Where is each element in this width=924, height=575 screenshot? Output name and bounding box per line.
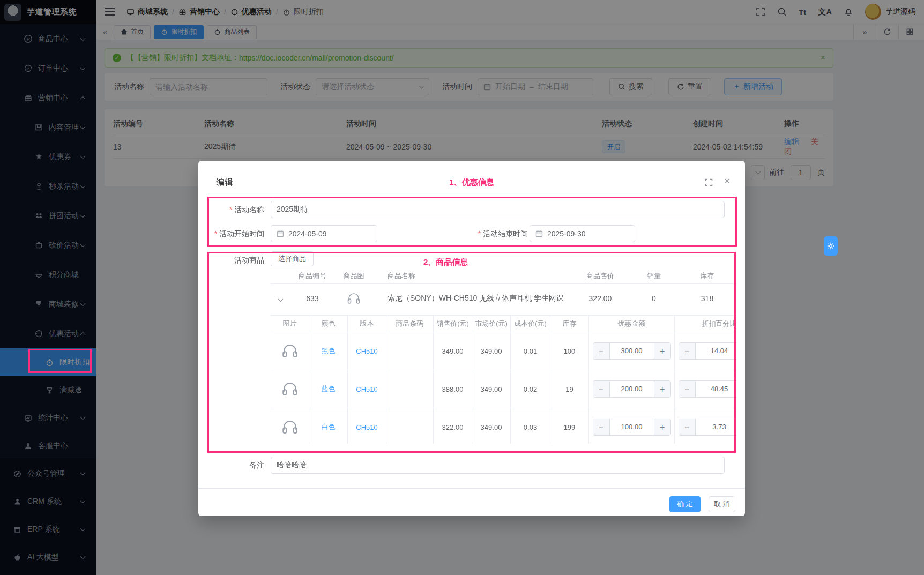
sku-cost-price: 0.03 <box>511 408 550 444</box>
discount-amount-value[interactable]: 300.00 <box>609 343 654 359</box>
dialog-footer-divider <box>198 488 745 489</box>
theme-settings-button[interactable] <box>824 236 838 256</box>
sku-color-link[interactable]: 白色 <box>309 408 348 444</box>
product-id: 633 <box>290 294 335 303</box>
sku-table-header: 图片 颜色 版本 商品条码 销售价(元) 市场价(元) 成本价(元) 库存 优惠… <box>271 316 736 332</box>
discount-amount-stepper: −100.00＋ <box>593 419 671 436</box>
plus-icon[interactable]: ＋ <box>654 381 670 397</box>
activity-product-label: 活动商品 <box>198 251 264 268</box>
sku-table-clip: 图片 颜色 版本 商品条码 销售价(元) 市场价(元) 成本价(元) 库存 优惠… <box>271 315 736 444</box>
expand-row-icon[interactable] <box>278 297 283 302</box>
sku-image <box>281 418 299 436</box>
sku-barcode <box>386 332 434 370</box>
end-time-label: 活动结束时间 <box>462 225 528 242</box>
sku-stock: 19 <box>550 370 589 408</box>
sku-stock: 100 <box>550 332 589 370</box>
cancel-button[interactable]: 取 消 <box>709 496 735 512</box>
gear-icon <box>826 242 835 250</box>
select-product-button[interactable]: 选择商品 <box>271 251 314 266</box>
plus-icon[interactable]: ＋ <box>654 343 670 359</box>
end-time-picker[interactable]: 2025-09-30 <box>530 225 635 242</box>
minus-icon[interactable]: − <box>593 381 609 397</box>
dialog-fullscreen-icon[interactable] <box>705 178 713 186</box>
sku-market-price: 349.00 <box>472 332 511 370</box>
activity-name-field-input[interactable] <box>277 205 719 214</box>
product-image <box>346 291 361 306</box>
sku-price: 322.00 <box>434 408 472 444</box>
sku-barcode <box>386 408 434 444</box>
sku-price: 388.00 <box>434 370 472 408</box>
activity-name-label: 活动名称 <box>198 201 264 218</box>
sku-price: 349.00 <box>434 332 472 370</box>
sku-barcode <box>386 370 434 408</box>
sku-cost-price: 0.01 <box>511 332 550 370</box>
product-sales: 0 <box>630 294 678 303</box>
discount-percent-value[interactable]: 3.73 <box>695 419 736 435</box>
sku-version-link[interactable]: CH510 <box>348 408 386 444</box>
discount-amount-stepper: −200.00＋ <box>593 380 671 398</box>
sku-color-link[interactable]: 蓝色 <box>309 370 348 408</box>
calendar-icon <box>277 230 284 237</box>
sku-stock: 199 <box>550 408 589 444</box>
calendar-icon <box>535 230 543 237</box>
sku-color-link[interactable]: 黑色 <box>309 332 348 370</box>
discount-percent-stepper: −3.73＋ <box>679 419 736 436</box>
sku-market-price: 349.00 <box>472 370 511 408</box>
discount-amount-stepper: −300.00＋ <box>593 342 671 360</box>
product-price: 322.00 <box>571 294 630 303</box>
minus-icon[interactable]: − <box>593 343 609 359</box>
start-time-label: 活动开始时间 <box>198 225 264 242</box>
discount-percent-value[interactable]: 14.04 <box>695 343 736 359</box>
remark-field-input[interactable] <box>277 461 719 469</box>
minus-icon[interactable]: − <box>679 381 695 397</box>
sku-row: 蓝色 CH510 388.00 349.00 0.02 19 −200.00＋ … <box>271 370 736 408</box>
sku-cost-price: 0.02 <box>511 370 550 408</box>
annotation-discount-info: 1、优惠信息 <box>198 177 745 188</box>
product-row: 633 索尼（SONY）WH-CH510 无线立体声耳机 学生网课 322.00… <box>271 284 736 313</box>
product-name: 索尼（SONY）WH-CH510 无线立体声耳机 学生网课 <box>372 294 571 303</box>
remark-label: 备注 <box>198 457 264 474</box>
sku-market-price: 349.00 <box>472 408 511 444</box>
sku-table: 图片 颜色 版本 商品条码 销售价(元) 市场价(元) 成本价(元) 库存 优惠… <box>271 315 736 444</box>
sku-image <box>281 342 299 360</box>
discount-amount-value[interactable]: 200.00 <box>609 381 654 397</box>
discount-percent-stepper: −14.04＋ <box>679 342 736 360</box>
sku-row: 黑色 CH510 349.00 349.00 0.01 100 −300.00＋… <box>271 332 736 370</box>
edit-dialog: 编辑 1、优惠信息 × 2、商品信息 活动名称 活动开始时间 2024-05-0… <box>198 161 745 516</box>
minus-icon[interactable]: − <box>593 419 609 435</box>
annotation-product-info: 2、商品信息 <box>423 257 468 267</box>
discount-percent-value[interactable]: 48.45 <box>695 381 736 397</box>
plus-icon[interactable]: ＋ <box>654 419 670 435</box>
sku-version-link[interactable]: CH510 <box>348 370 386 408</box>
product-table: 商品编号 商品图 商品名称 商品售价 销量 库存 633 索尼（SONY）WH-… <box>271 268 736 313</box>
start-time-picker[interactable]: 2024-05-09 <box>271 225 377 242</box>
sku-version-link[interactable]: CH510 <box>348 332 386 370</box>
sku-row: 白色 CH510 322.00 349.00 0.03 199 −100.00＋… <box>271 408 736 444</box>
minus-icon[interactable]: − <box>679 419 695 435</box>
sku-image <box>281 380 299 398</box>
discount-amount-value[interactable]: 100.00 <box>609 419 654 435</box>
confirm-button[interactable]: 确 定 <box>669 496 701 512</box>
minus-icon[interactable]: − <box>679 343 695 359</box>
product-table-header: 商品编号 商品图 商品名称 商品售价 销量 库存 <box>271 268 736 284</box>
product-stock: 318 <box>678 294 736 303</box>
discount-percent-stepper: −48.45＋ <box>679 380 736 398</box>
activity-name-field[interactable] <box>271 201 725 218</box>
dialog-close-icon[interactable]: × <box>724 176 730 187</box>
remark-field[interactable] <box>271 457 725 474</box>
